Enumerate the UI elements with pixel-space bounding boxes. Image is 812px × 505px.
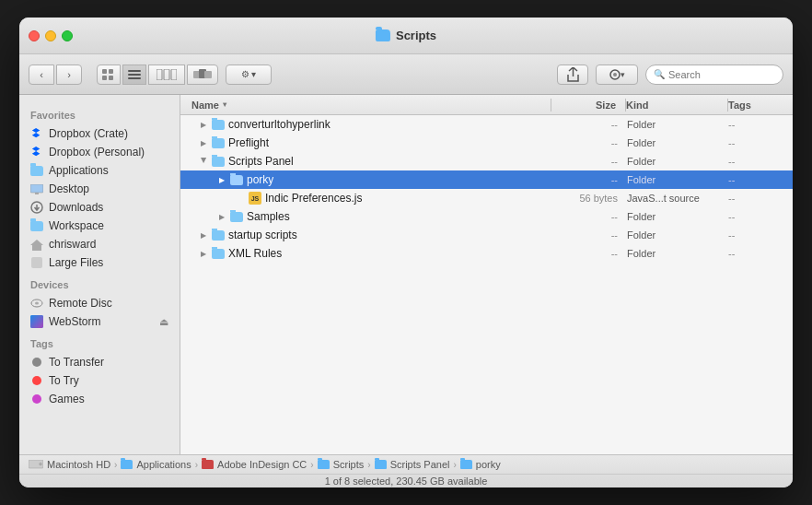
action-button[interactable]: ⚙ ▾ bbox=[226, 65, 272, 85]
eject-icon[interactable]: ⏏ bbox=[159, 316, 168, 328]
breadcrumb-item-porky[interactable]: porky bbox=[460, 459, 501, 470]
file-kind: Folder bbox=[627, 137, 728, 148]
column-view-button[interactable] bbox=[148, 65, 185, 85]
breadcrumb-item-applications[interactable]: Applications bbox=[121, 459, 191, 470]
close-button[interactable] bbox=[29, 30, 40, 41]
breadcrumb-label: Adobe InDesign CC bbox=[217, 459, 307, 470]
kind-column-label: Kind bbox=[626, 100, 648, 111]
sidebar-item-downloads[interactable]: Downloads bbox=[19, 198, 180, 217]
folder-icon bbox=[212, 157, 225, 167]
breadcrumb-item-adobe[interactable]: Adobe InDesign CC bbox=[202, 459, 307, 470]
forward-icon: › bbox=[67, 69, 71, 80]
search-box[interactable]: 🔍 bbox=[645, 65, 783, 85]
folder-icon bbox=[375, 460, 387, 469]
sidebar-item-applications[interactable]: Applications bbox=[19, 161, 180, 180]
file-kind: Folder bbox=[627, 156, 728, 167]
table-row[interactable]: ▶ porky -- Folder -- bbox=[180, 170, 793, 189]
svg-point-14 bbox=[613, 73, 617, 76]
breadcrumb-arrow: › bbox=[453, 460, 456, 470]
sidebar-item-workspace[interactable]: Workspace bbox=[19, 217, 180, 235]
sidebar-item-label: To Transfer bbox=[49, 356, 104, 369]
file-name: converturltohyperlink bbox=[228, 118, 331, 131]
expand-triangle-icon: ▶ bbox=[199, 250, 208, 258]
hd-icon bbox=[29, 460, 43, 470]
breadcrumb-label: porky bbox=[476, 459, 501, 470]
size-column-header[interactable]: Size bbox=[551, 100, 625, 111]
remote-disc-icon bbox=[30, 297, 43, 310]
file-size: 56 bytes bbox=[553, 193, 627, 204]
svg-rect-25 bbox=[30, 315, 43, 328]
table-row[interactable]: ▶ startup scripts -- Folder -- bbox=[180, 226, 793, 244]
breadcrumb-label: Applications bbox=[136, 459, 191, 470]
breadcrumb-item-scripts-panel[interactable]: Scripts Panel bbox=[375, 459, 450, 470]
title-text: Scripts bbox=[396, 29, 436, 42]
table-row[interactable]: ▶ JS Indic Preferences.js 56 bytes JavaS… bbox=[180, 189, 793, 207]
search-icon: 🔍 bbox=[654, 69, 665, 79]
sidebar-item-to-transfer[interactable]: To Transfer bbox=[19, 353, 180, 371]
file-size: -- bbox=[553, 211, 627, 222]
forward-button[interactable]: › bbox=[56, 65, 82, 85]
sidebar-item-webstorm[interactable]: WebStorm ⏏ bbox=[19, 312, 180, 331]
webstorm-icon bbox=[30, 315, 43, 328]
kind-column-header[interactable]: Kind bbox=[626, 100, 727, 111]
file-name: Preflight bbox=[228, 136, 269, 149]
breadcrumb-bar: Macintosh HD › Applications › Adobe InDe… bbox=[19, 455, 793, 475]
svg-rect-17 bbox=[30, 184, 43, 193]
size-column-label: Size bbox=[596, 100, 616, 111]
svg-point-23 bbox=[35, 302, 39, 305]
tag-dot-icon bbox=[30, 393, 43, 405]
home-icon bbox=[30, 238, 43, 251]
file-kind: Folder bbox=[627, 248, 728, 259]
share-icon bbox=[567, 67, 579, 82]
name-column-header[interactable]: Name ▾ bbox=[180, 100, 551, 111]
sort-arrow-icon: ▾ bbox=[223, 100, 226, 109]
breadcrumb-arrow: › bbox=[367, 460, 370, 470]
svg-rect-5 bbox=[128, 74, 141, 76]
svg-marker-16 bbox=[32, 147, 41, 156]
sidebar-item-label: WebStorm bbox=[49, 315, 100, 328]
folder-icon bbox=[212, 120, 225, 130]
sidebar-item-desktop[interactable]: Desktop bbox=[19, 180, 180, 198]
cover-view-icon bbox=[193, 69, 212, 80]
search-input[interactable] bbox=[668, 69, 775, 80]
sidebar-item-games[interactable]: Games bbox=[19, 390, 180, 408]
list-view-button[interactable] bbox=[122, 65, 146, 85]
breadcrumb-label: Scripts bbox=[333, 459, 365, 470]
tags-section-title: Tags bbox=[19, 331, 180, 353]
sidebar-item-dropbox-personal[interactable]: Dropbox (Personal) bbox=[19, 143, 180, 161]
sidebar-item-label: Dropbox (Personal) bbox=[49, 146, 145, 159]
breadcrumb-item-hd[interactable]: Macintosh HD bbox=[29, 459, 110, 470]
file-tags: -- bbox=[728, 119, 793, 130]
table-row[interactable]: ▶ Preflight -- Folder -- bbox=[180, 134, 793, 152]
desktop-icon bbox=[30, 182, 43, 195]
table-row[interactable]: ▶ Samples -- Folder -- bbox=[180, 207, 793, 226]
minimize-button[interactable] bbox=[45, 30, 56, 41]
tag-button[interactable]: ▾ bbox=[596, 65, 638, 85]
sidebar-item-chrisward[interactable]: chrisward bbox=[19, 235, 180, 253]
title-folder-icon bbox=[376, 29, 390, 41]
breadcrumb-item-scripts[interactable]: Scripts bbox=[318, 459, 365, 470]
status-text: 1 of 8 selected, 230.45 GB available bbox=[325, 476, 488, 487]
js-file-icon: JS bbox=[249, 192, 261, 205]
cover-view-button[interactable] bbox=[187, 65, 218, 85]
back-button[interactable]: ‹ bbox=[29, 65, 54, 85]
maximize-button[interactable] bbox=[62, 30, 73, 41]
table-row[interactable]: ▶ converturltohyperlink -- Folder -- bbox=[180, 115, 793, 134]
downloads-icon bbox=[30, 201, 43, 214]
main-content: Favorites Dropbox (Crate) Dropbox (Perso… bbox=[19, 95, 793, 454]
sidebar-item-remote-disc[interactable]: Remote Disc bbox=[19, 294, 180, 312]
table-row[interactable]: ▶ XML Rules -- Folder -- bbox=[180, 244, 793, 263]
sidebar-item-to-try[interactable]: To Try bbox=[19, 371, 180, 390]
table-row[interactable]: ▶ Scripts Panel -- Folder -- bbox=[180, 152, 793, 170]
icon-view-button[interactable] bbox=[97, 65, 121, 85]
file-tags: -- bbox=[728, 174, 793, 185]
svg-rect-6 bbox=[128, 77, 141, 79]
sidebar-item-dropbox-crate[interactable]: Dropbox (Crate) bbox=[19, 124, 180, 143]
share-button[interactable] bbox=[557, 65, 588, 85]
tag-dot-icon bbox=[30, 356, 43, 369]
sidebar-item-large-files[interactable]: Large Files bbox=[19, 253, 180, 272]
tags-column-header[interactable]: Tags bbox=[728, 100, 793, 111]
nav-buttons: ‹ › bbox=[29, 65, 82, 85]
icon-view-icon bbox=[102, 69, 115, 80]
svg-rect-21 bbox=[31, 257, 42, 268]
